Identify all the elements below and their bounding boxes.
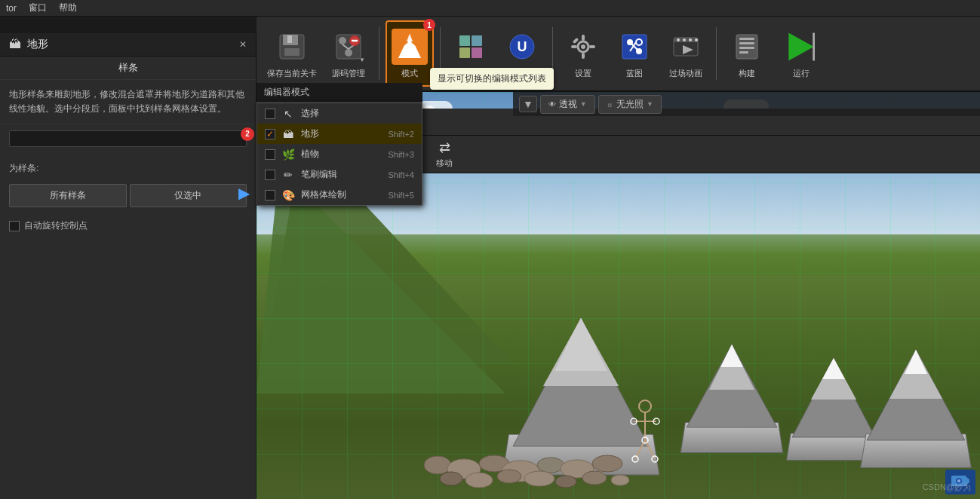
blueprint-label: 蓝图	[626, 68, 643, 79]
settings-icon	[565, 29, 601, 65]
all-splines-btn[interactable]: 所有样条	[9, 184, 127, 207]
dropdown-item-terrain[interactable]: ✓ 🏔 地形 Shift+2 2	[257, 124, 422, 144]
settings-btn[interactable]: 设置	[559, 20, 607, 87]
menu-item-help[interactable]: 帮助	[59, 2, 77, 14]
svg-marker-58	[822, 358, 845, 379]
svg-marker-55	[720, 344, 743, 367]
terrain-mode-icon: 🏔	[281, 128, 295, 140]
dropdown-item-mesh-paint[interactable]: 🎨 网格体绘制 Shift+5	[257, 185, 422, 205]
svg-point-76	[555, 476, 576, 488]
panel-input-field[interactable]	[9, 130, 247, 147]
far-right-platform	[859, 341, 972, 469]
flora-mode-label: 植物	[301, 148, 382, 161]
flora-shortcut: Shift+3	[388, 150, 414, 159]
auto-rotate-checkbox-row: 自动旋转控制点	[0, 215, 256, 237]
cinematic-btn[interactable]: 过场动画	[662, 20, 710, 87]
svg-rect-16	[459, 35, 470, 46]
svg-point-65	[424, 456, 451, 474]
view-dropdown-btn[interactable]: ▼	[519, 96, 537, 112]
source-control-icon: ▼	[330, 29, 367, 65]
menu-item-tor[interactable]: tor	[6, 3, 17, 14]
brush-mode-icon: ✏	[281, 169, 295, 181]
watermark: CSDN@妙为	[923, 482, 971, 493]
svg-rect-25	[582, 53, 585, 59]
panel-for-label: 为样条:	[9, 162, 38, 175]
editor-mode-header: 编辑器模式	[257, 83, 422, 103]
menu-bar: tor 窗口 帮助	[0, 0, 980, 17]
small-mountain-svg-1	[679, 337, 785, 435]
svg-rect-28	[573, 37, 579, 43]
panel-action-buttons: 所有样条 仅选中	[0, 184, 256, 207]
select-mode-icon: ↖	[281, 108, 295, 120]
brush-shortcut: Shift+4	[388, 170, 414, 179]
svg-point-77	[582, 471, 607, 485]
mesh-paint-checkbox	[265, 190, 275, 201]
editor-mode-dropdown: 编辑器模式 ↖ 选择 ✓ 🏔 地形 Shift+2 2 🌿 植物	[257, 83, 422, 206]
move-btn[interactable]: ⇄ 移动	[425, 136, 463, 172]
svg-point-38	[683, 38, 686, 41]
svg-point-37	[677, 38, 680, 41]
selected-only-btn[interactable]: 仅选中	[130, 184, 247, 207]
svg-point-39	[689, 38, 692, 41]
svg-point-5	[339, 37, 346, 44]
svg-point-71	[592, 455, 622, 472]
dropdown-item-select[interactable]: ↖ 选择	[257, 103, 422, 124]
toolbar-sep-4	[716, 27, 717, 80]
svg-point-74	[497, 470, 521, 483]
svg-point-40	[695, 38, 698, 41]
tooltip-bubble: 显示可切换的编辑模式列表	[430, 68, 554, 90]
run-icon	[783, 29, 819, 65]
panel-for-label-row: 为样条:	[0, 158, 256, 179]
run-label: 运行	[793, 68, 809, 79]
svg-rect-43	[739, 38, 754, 40]
source-control-dropdown-arrow: ▼	[359, 57, 365, 63]
svg-rect-27	[589, 45, 595, 48]
svg-rect-2	[284, 48, 300, 56]
toolbar-sep-1	[379, 27, 379, 80]
dropdown-item-brush[interactable]: ✏ 笔刷编辑 Shift+4	[257, 164, 422, 185]
run-btn[interactable]: 运行	[774, 20, 828, 87]
panel-description: 地形样条来雕刻地形，修改混合遮罩并将地形为道路和其他线性地貌。选中分段后，面板中…	[0, 80, 256, 124]
character-figure	[626, 399, 664, 469]
far-mountain-svg	[859, 342, 972, 448]
source-control-btn[interactable]: ▼ 源码管理	[324, 20, 373, 87]
save-level-btn[interactable]: 保存当前关卡	[263, 20, 321, 87]
mesh-paint-shortcut: Shift+5	[388, 191, 414, 200]
terrain-shortcut: Shift+2	[388, 130, 414, 139]
svg-rect-44	[739, 42, 754, 44]
menu-item-window[interactable]: 窗口	[29, 2, 47, 14]
svg-rect-3	[287, 35, 292, 43]
left-panel: 🏔 地形 ✕ 样条 地形样条来雕刻地形，修改混合遮罩并将地形为道路和其他线性地貌…	[0, 33, 257, 499]
select-checkbox	[265, 109, 275, 119]
svg-point-72	[440, 472, 462, 485]
move-icon: ⇄	[439, 139, 450, 156]
move-label: 移动	[436, 158, 453, 169]
auto-rotate-checkbox[interactable]	[9, 221, 20, 231]
blueprint-icon	[616, 29, 653, 65]
save-level-label: 保存当前关卡	[267, 68, 317, 79]
right-platform-1	[679, 333, 785, 454]
cinematic-icon	[668, 29, 704, 65]
select-mode-label: 选择	[301, 107, 414, 120]
terrain-mode-label: 地形	[301, 127, 382, 140]
panel-close-btn[interactable]: ✕	[239, 39, 247, 50]
lighting-btn[interactable]: ☼ 无光照 ▼	[598, 95, 662, 114]
flora-mode-icon: 🌿	[281, 148, 295, 161]
perspective-label: 透视	[559, 98, 577, 111]
view-dropdown-arrow-icon: ▼	[523, 98, 533, 110]
svg-point-23	[581, 44, 585, 49]
mesh-paint-mode-icon: 🎨	[281, 189, 295, 201]
settings-label: 设置	[575, 68, 591, 79]
svg-marker-64	[905, 350, 927, 374]
lighting-label: 无光照	[616, 98, 644, 111]
build-btn[interactable]: 构建	[723, 20, 771, 87]
panel-section-name: 样条	[0, 57, 256, 80]
blueprint-btn[interactable]: 蓝图	[610, 20, 659, 87]
svg-rect-46	[739, 51, 748, 54]
marketplace-icon: U	[504, 29, 540, 65]
svg-point-7	[345, 49, 352, 57]
mesh-paint-mode-label: 网格体绘制	[301, 188, 382, 201]
flora-checkbox	[265, 149, 275, 160]
perspective-btn[interactable]: 👁 透视 ▼	[540, 95, 595, 114]
dropdown-item-flora[interactable]: 🌿 植物 Shift+3	[257, 144, 422, 164]
